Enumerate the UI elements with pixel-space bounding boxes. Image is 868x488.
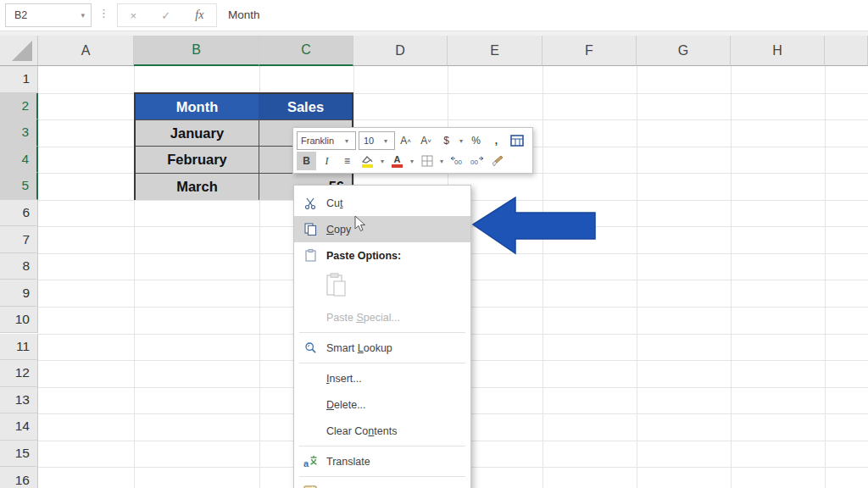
row-header-2[interactable]: 2: [0, 93, 38, 120]
chevron-down-icon[interactable]: ▾: [81, 11, 91, 19]
row-header-13[interactable]: 13: [0, 387, 38, 414]
cell-C2[interactable]: Sales: [259, 94, 352, 120]
clipboard-icon: [294, 249, 326, 262]
cell-B2[interactable]: Month: [136, 94, 259, 120]
italic-button[interactable]: I: [317, 152, 337, 170]
magnifier-icon: [294, 341, 326, 354]
paste-preview-icon: [326, 273, 348, 301]
table-row: Month Sales: [136, 94, 352, 120]
column-header-A[interactable]: A: [38, 36, 134, 66]
select-all-button[interactable]: [0, 36, 38, 66]
row-header-5[interactable]: 5: [0, 173, 38, 200]
font-name-value: Franklin: [301, 136, 334, 146]
more-options-icon[interactable]: ⋮: [98, 7, 109, 19]
insert-function-icon[interactable]: fx: [195, 8, 203, 22]
copy-icon: [294, 223, 326, 236]
column-header-C[interactable]: C: [259, 36, 353, 66]
column-header-D[interactable]: D: [353, 36, 448, 66]
column-header-F[interactable]: F: [542, 36, 637, 66]
menu-item-copy[interactable]: Copy: [294, 216, 470, 242]
menu-item-label: Cut: [326, 197, 342, 209]
comma-style-button[interactable]: ,: [487, 131, 506, 150]
menu-item-label: Paste Special...: [326, 312, 400, 324]
menu-item-label: Insert...: [326, 373, 362, 385]
translate-icon: a: [294, 455, 326, 469]
menu-item-label: Clear Contents: [326, 425, 397, 437]
menu-item-paste-special: Paste Special...: [294, 304, 470, 330]
row-header-7[interactable]: 7: [0, 226, 38, 253]
row-header-14[interactable]: 14: [0, 413, 38, 441]
row-header-1[interactable]: 1: [0, 66, 38, 93]
formula-input[interactable]: Month: [216, 3, 868, 25]
bold-button[interactable]: B: [297, 152, 316, 170]
accounting-format-button[interactable]: $: [437, 131, 456, 150]
gridline: [542, 66, 543, 488]
chevron-down-icon: ▾: [384, 137, 392, 145]
column-header-G[interactable]: G: [637, 36, 731, 66]
name-box-value: B2: [6, 9, 81, 21]
row-header-10[interactable]: 10: [0, 307, 38, 334]
chevron-down-icon[interactable]: ▾: [408, 152, 416, 170]
formula-buttons: × ✓ fx: [117, 3, 217, 27]
shrink-font-button[interactable]: A˅: [416, 131, 436, 150]
chevron-down-icon[interactable]: ▾: [457, 131, 465, 150]
row-header-6[interactable]: 6: [0, 200, 38, 227]
row-header-4[interactable]: 4: [0, 147, 38, 174]
menu-item-clear-contents[interactable]: Clear Contents: [294, 418, 470, 444]
menu-separator: [299, 332, 465, 333]
paste-preview-button[interactable]: [294, 269, 470, 304]
gridline: [637, 66, 637, 488]
mini-toolbar: Franklin ▾ 10 ▾ A˄ A˅ $ ▾ % , B I ≡ ▾: [292, 127, 533, 174]
increase-decimal-icon[interactable]: 00: [447, 152, 466, 170]
font-name-select[interactable]: Franklin ▾: [297, 131, 356, 150]
row-header-16[interactable]: 16: [0, 467, 38, 488]
percent-style-button[interactable]: %: [466, 131, 486, 150]
grow-font-button[interactable]: A˄: [396, 131, 415, 150]
column-header-H[interactable]: H: [731, 36, 825, 66]
svg-text:00: 00: [470, 158, 478, 166]
name-box[interactable]: B2 ▾: [5, 3, 92, 27]
chevron-down-icon[interactable]: ▾: [437, 152, 446, 170]
enter-icon[interactable]: ✓: [161, 9, 170, 22]
cell-B5[interactable]: March: [136, 174, 259, 200]
menu-item-delete[interactable]: Delete...: [294, 391, 470, 418]
gridline: [731, 66, 732, 488]
menu-item-label: Smart Lookup: [326, 342, 392, 354]
format-painter-icon[interactable]: [487, 152, 507, 170]
menu-item-paste-options[interactable]: Paste Options:: [294, 242, 470, 269]
row-header-11[interactable]: 11: [0, 334, 38, 361]
cell-B4[interactable]: February: [136, 147, 259, 173]
menu-item-smart-lookup[interactable]: Smart Lookup: [294, 335, 470, 361]
menu-separator: [299, 446, 465, 446]
borders-icon[interactable]: [417, 152, 437, 170]
chevron-down-icon[interactable]: ▾: [378, 152, 387, 170]
cancel-icon[interactable]: ×: [131, 9, 137, 22]
context-menu: CutCopyPaste Options:Paste Special...Sma…: [293, 185, 471, 488]
row-header-9[interactable]: 9: [0, 280, 38, 307]
mouse-cursor-icon: [354, 215, 366, 232]
menu-item-translate[interactable]: aTranslate: [294, 448, 470, 474]
decrease-decimal-icon[interactable]: 00: [467, 152, 487, 170]
menu-item-quick-analysis[interactable]: Quick Analysis: [294, 479, 470, 488]
font-color-icon[interactable]: A: [387, 152, 407, 170]
menu-item-label: Paste Options:: [326, 250, 401, 262]
column-header-B[interactable]: B: [134, 36, 259, 66]
font-size-value: 10: [364, 136, 374, 146]
column-header-partial[interactable]: [825, 36, 868, 66]
font-size-select[interactable]: 10 ▾: [359, 131, 395, 150]
svg-text:a: a: [303, 458, 309, 469]
format-table-icon[interactable]: [507, 131, 526, 150]
menu-item-cut[interactable]: Cut: [294, 190, 470, 216]
gridline: [825, 66, 826, 488]
row-header-12[interactable]: 12: [0, 360, 38, 387]
row-header-3[interactable]: 3: [0, 119, 38, 147]
row-header-15[interactable]: 15: [0, 441, 38, 468]
cell-B3[interactable]: January: [136, 120, 259, 147]
menu-item-label: Translate: [326, 456, 370, 468]
fill-color-icon[interactable]: [358, 152, 377, 170]
column-header-E[interactable]: E: [448, 36, 542, 66]
chevron-down-icon: ▾: [345, 137, 353, 145]
row-header-8[interactable]: 8: [0, 253, 38, 280]
menu-item-insert[interactable]: Insert...: [294, 365, 470, 391]
align-center-icon[interactable]: ≡: [337, 152, 357, 170]
